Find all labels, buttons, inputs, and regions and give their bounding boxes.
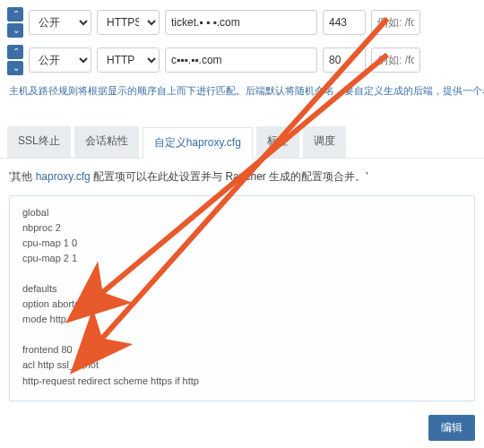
- tab-description: '其他 haproxy.cfg 配置项可以在此处设置并与 Rancher 生成的…: [0, 159, 484, 192]
- protocol-select[interactable]: HTTPS: [97, 10, 160, 35]
- host-input[interactable]: [165, 10, 317, 35]
- move-down-button[interactable]: ⌄: [7, 61, 23, 75]
- example-input: [371, 10, 420, 35]
- example-input: [371, 47, 420, 73]
- desc-pre: '其他: [9, 170, 36, 183]
- tab-haproxy[interactable]: 自定义haproxy.cfg: [143, 127, 253, 159]
- tab-bar: SSL终止 会话粘性 自定义haproxy.cfg 标签 调度: [0, 126, 484, 159]
- move-up-button[interactable]: ⌃: [7, 45, 23, 59]
- access-select[interactable]: 公开: [29, 10, 91, 35]
- backend-row: ⌃ ⌄ 公开 HTTPS: [0, 4, 484, 41]
- tab-sticky[interactable]: 会话粘性: [74, 126, 139, 158]
- move-up-button[interactable]: ⌃: [7, 7, 23, 22]
- tab-ssl[interactable]: SSL终止: [7, 126, 71, 158]
- rules-note: 主机及路径规则将根据显示的顺序自上而下进行匹配。后端默认将随机命名，要自定义生成…: [0, 79, 484, 108]
- port-input[interactable]: [323, 47, 366, 73]
- desc-post: 配置项可以在此处设置并与 Rancher 生成的配置项合并。': [91, 170, 368, 183]
- tab-labels[interactable]: 标签: [256, 126, 299, 158]
- move-down-button[interactable]: ⌄: [7, 23, 23, 38]
- footer: 编辑: [428, 415, 475, 441]
- backend-row: ⌃ ⌄ 公开 HTTP: [0, 41, 484, 79]
- reorder-controls: ⌃ ⌄: [7, 45, 23, 75]
- protocol-select[interactable]: HTTP: [97, 47, 160, 73]
- host-input[interactable]: [165, 47, 317, 73]
- access-select[interactable]: 公开: [29, 47, 91, 73]
- tab-sched[interactable]: 调度: [303, 126, 346, 158]
- backend-rows: ⌃ ⌄ 公开 HTTPS ⌃ ⌄ 公开 HTTP: [0, 0, 484, 79]
- reorder-controls: ⌃ ⌄: [7, 7, 23, 38]
- desc-link[interactable]: haproxy.cfg: [36, 170, 91, 183]
- edit-button[interactable]: 编辑: [428, 415, 475, 441]
- haproxy-config-textarea[interactable]: global nbproc 2 cpu-map 1 0 cpu-map 2 1 …: [9, 195, 475, 401]
- port-input[interactable]: [323, 10, 366, 35]
